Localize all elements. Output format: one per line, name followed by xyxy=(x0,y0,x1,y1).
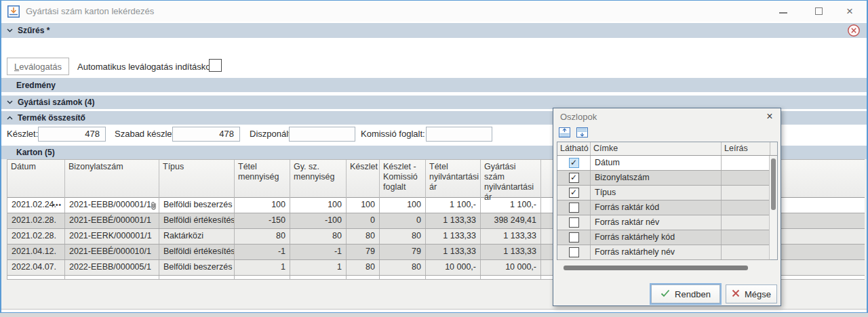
table-cell: Belföldi beszerzés xyxy=(159,260,235,275)
check-icon xyxy=(660,289,670,299)
table-cell: 1 133,33 xyxy=(481,229,541,244)
commission-field[interactable] xyxy=(426,127,492,142)
table-cell xyxy=(481,276,541,279)
columns-dialog: Oszlopok × Látható Címke Leírás ✓Dátum✓B… xyxy=(553,108,781,306)
table-cell: 2021.02.28. xyxy=(7,229,65,244)
table-cell xyxy=(347,276,380,279)
commission-label: Komissió foglalt: xyxy=(361,129,425,139)
table-cell: Raktárközi xyxy=(159,229,235,244)
product-summary-label: Termék összesítő xyxy=(18,113,85,123)
chevron-down-icon xyxy=(7,100,13,104)
minimize-button[interactable] xyxy=(773,4,793,19)
attachment-paperclip-icon xyxy=(151,200,157,213)
window-title: Gyártási szám karton lekérdezés xyxy=(26,6,154,16)
visibility-checkbox[interactable]: ✓ xyxy=(569,188,579,198)
table-cell: 80 xyxy=(380,229,426,244)
result-section-header[interactable]: Eredmény xyxy=(1,78,867,92)
chevron-up-icon xyxy=(7,116,13,120)
auto-start-checkbox[interactable] xyxy=(209,59,222,72)
table-cell: Belföldi beszerzés xyxy=(159,198,235,213)
vertical-scrollbar[interactable] xyxy=(769,156,777,259)
clear-filter-icon[interactable] xyxy=(847,24,861,37)
stock-label: Készlet: xyxy=(7,129,38,139)
close-button[interactable]: × xyxy=(840,4,860,19)
app-window: Gyártási szám karton lekérdezés × Szűrés… xyxy=(0,0,868,313)
title-bar: Gyártási szám karton lekérdezés × xyxy=(1,1,867,22)
visibility-checkbox[interactable] xyxy=(569,232,579,242)
table-cell: 80 xyxy=(235,229,290,244)
visibility-checkbox[interactable]: ✓ xyxy=(569,173,579,183)
visible-cell xyxy=(557,230,591,245)
visibility-checkbox[interactable]: ✓ xyxy=(569,158,579,168)
columns-list: Látható Címke Leírás ✓Dátum✓Bizonylatszá… xyxy=(557,142,778,260)
filter-section-header[interactable]: Szűrés * xyxy=(1,23,867,38)
column-list-item[interactable]: Forrás raktárhely név xyxy=(557,245,770,260)
maximize-button[interactable] xyxy=(808,4,829,19)
table-cell xyxy=(380,276,426,279)
filter-section-label: Szűrés * xyxy=(18,26,50,35)
list-header-lathato[interactable]: Látható xyxy=(557,142,591,155)
disposed-label: Diszponált: xyxy=(250,129,293,139)
dialog-title: Oszlopok xyxy=(560,112,597,122)
move-column-up-icon[interactable] xyxy=(557,126,571,138)
table-cell: 80 xyxy=(347,260,380,275)
column-description xyxy=(722,156,770,170)
table-cell: 10 000,- xyxy=(426,260,481,275)
visibility-checkbox[interactable] xyxy=(569,247,579,257)
dialog-toolbar xyxy=(557,126,589,140)
column-label: Forrás raktár név xyxy=(591,215,722,230)
visible-cell: ✓ xyxy=(557,156,591,170)
stock-field[interactable]: 478 xyxy=(38,127,106,142)
table-cell: 80 xyxy=(290,229,347,244)
dialog-close-icon[interactable]: × xyxy=(763,110,776,123)
list-header-filler xyxy=(770,142,778,155)
column-description xyxy=(722,200,770,215)
column-list-item[interactable]: ✓Típus xyxy=(557,186,770,200)
column-label: Dátum xyxy=(591,156,722,170)
table-cell: 0 xyxy=(380,213,426,228)
table-cell: 2021-EERK/000001/1 xyxy=(65,229,159,244)
column-list-item[interactable]: Forrás raktárhely kód xyxy=(557,230,770,245)
column-description xyxy=(722,171,770,185)
result-section-label: Eredmény xyxy=(16,81,56,90)
table-cell: 1 133,33 xyxy=(426,213,481,228)
visible-cell: ✓ xyxy=(557,186,591,200)
column-list-item[interactable]: Forrás raktár kód xyxy=(557,200,770,215)
table-cell: 80 xyxy=(347,229,380,244)
column-description xyxy=(722,215,770,230)
free-stock-field[interactable]: 478 xyxy=(172,127,240,142)
row-detail-button[interactable]: ••• xyxy=(52,198,62,212)
visible-cell xyxy=(557,245,591,259)
table-cell xyxy=(159,276,235,279)
column-list-item[interactable]: ✓Bizonylatszám xyxy=(557,171,770,186)
visibility-checkbox[interactable] xyxy=(569,203,579,213)
column-list-item[interactable]: Forrás raktár név xyxy=(557,215,770,230)
table-cell: 2022-EEBB/000005/1 xyxy=(65,260,159,275)
column-label: Forrás raktárhely kód xyxy=(591,230,722,245)
table-cell: 0 xyxy=(347,213,380,228)
table-cell: 1 100,- xyxy=(426,198,481,213)
column-label: Bizonylatszám xyxy=(591,171,722,185)
visible-cell xyxy=(557,215,591,230)
serials-section-header[interactable]: Gyártási számok (4) xyxy=(1,96,867,109)
vertical-scrollbar-thumb[interactable] xyxy=(771,158,776,210)
cancel-button[interactable]: Mégse xyxy=(726,284,777,303)
horizontal-scrollbar[interactable] xyxy=(558,265,771,272)
free-stock-label: Szabad készlet: xyxy=(115,129,177,139)
list-header-cimke[interactable]: Címke xyxy=(591,142,722,155)
disposed-field[interactable] xyxy=(289,127,355,142)
list-header-leiras[interactable]: Leírás xyxy=(722,142,770,155)
table-cell: -1 xyxy=(235,245,290,259)
karton-section-label: Karton (5) xyxy=(16,148,55,157)
ok-button[interactable]: Rendben xyxy=(651,284,720,303)
serials-section-label: Gyártási számok (4) xyxy=(18,98,94,107)
table-cell: 2021.04.12. xyxy=(7,245,65,259)
table-cell: Belföldi értékesítés xyxy=(159,213,235,228)
horizontal-scrollbar-thumb[interactable] xyxy=(564,266,748,270)
column-list-item[interactable]: ✓Dátum xyxy=(557,156,770,171)
muster-button[interactable]: Leválogatás xyxy=(7,58,69,75)
columns-list-header: Látható Címke Leírás xyxy=(557,142,777,156)
visibility-checkbox[interactable] xyxy=(569,217,579,228)
move-column-down-icon[interactable] xyxy=(575,126,589,138)
table-cell: 2021.02.24.••• xyxy=(7,198,65,213)
